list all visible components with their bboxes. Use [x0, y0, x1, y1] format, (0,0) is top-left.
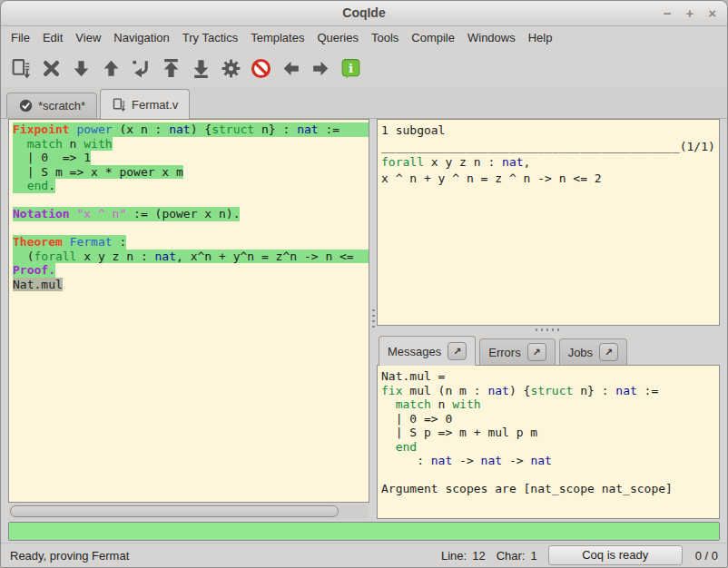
arrow-bottom-icon — [190, 57, 212, 80]
code-line — [378, 468, 719, 483]
code-line: | 0 => 0 — [378, 412, 719, 426]
code-line: match n with — [9, 137, 369, 152]
proof-column: 1 subgoal_______________________________… — [377, 119, 720, 519]
go-to-end-button[interactable] — [186, 53, 216, 83]
arrow-top-icon — [160, 57, 182, 80]
splitter-grip-icon — [372, 308, 375, 331]
navigate-forward-button[interactable] — [306, 53, 336, 83]
splitter-grip-icon — [534, 328, 563, 331]
tab-label: *scratch* — [38, 99, 85, 113]
titlebar[interactable]: CoqIde −+× — [1, 1, 727, 26]
horizontal-splitter[interactable] — [377, 326, 720, 334]
menubar: FileEditViewNavigationTry TacticsTemplat… — [1, 26, 727, 49]
tab-label: Errors — [488, 346, 520, 359]
detach-messages-button[interactable]: ↗ — [448, 342, 467, 360]
goto-cursor-icon — [130, 57, 152, 80]
tab-jobs[interactable]: Jobs↗ — [559, 338, 627, 365]
forward-one-command-button[interactable] — [66, 53, 96, 83]
status-right: Line: 12 Char: 1 Coq is ready 0 / 0 — [441, 545, 718, 565]
maximize-button[interactable]: + — [685, 5, 694, 23]
external-arrow-icon: ↗ — [605, 347, 613, 358]
tab-label: Fermat.v — [132, 98, 178, 112]
arrow-down-icon — [70, 57, 93, 80]
code-line: | S p => m + mul p m — [378, 426, 719, 440]
menu-tools[interactable]: Tools — [365, 29, 405, 46]
info-icon: i — [339, 57, 362, 80]
code-line: Nat.mul = — [378, 369, 719, 384]
editor-pane[interactable]: Fixpoint power (x n : nat) {struct n} : … — [8, 119, 369, 503]
external-arrow-icon: ↗ — [453, 346, 461, 357]
char-value: 1 — [530, 549, 536, 563]
restart-to-start-button[interactable] — [156, 53, 186, 83]
menu-navigation[interactable]: Navigation — [107, 29, 175, 46]
minimize-button[interactable]: − — [664, 5, 672, 23]
menu-try-tactics[interactable]: Try Tactics — [176, 29, 244, 46]
about-button[interactable]: i — [336, 53, 366, 83]
messages-pane[interactable]: Nat.mul =fix mul (n m : nat) {struct n} … — [377, 365, 720, 519]
navigate-back-button[interactable] — [276, 53, 306, 83]
coqide-window: CoqIde −+× FileEditViewNavigationTry Tac… — [0, 0, 728, 568]
progress-bar — [8, 522, 720, 541]
detach-errors-button[interactable]: ↗ — [527, 343, 546, 361]
menu-queries[interactable]: Queries — [310, 29, 365, 46]
arrow-left-icon — [280, 57, 302, 80]
document-tabbar: *scratch*Fermat.v — [1, 87, 727, 119]
char-label: Char: — [497, 549, 526, 563]
interrupt-coq-button[interactable] — [246, 53, 276, 83]
editor-column: Fixpoint power (x n : nat) {struct n} : … — [8, 119, 369, 519]
statusbar: Ready, proving Fermat Line: 12 Char: 1 C… — [1, 543, 727, 567]
main-area: Fixpoint power (x n : nat) {struct n} : … — [1, 119, 727, 519]
check-circle-icon — [18, 98, 34, 113]
close-buffer-button[interactable] — [36, 53, 66, 83]
code-line: Nat.mul — [9, 278, 369, 292]
menu-templates[interactable]: Templates — [244, 29, 310, 46]
vertical-splitter[interactable] — [369, 119, 377, 519]
tab-messages[interactable]: Messages↗ — [379, 336, 476, 366]
backward-one-command-button[interactable] — [96, 53, 126, 83]
coq-state-indicator: Coq is ready — [548, 545, 683, 565]
horizontal-scrollbar[interactable] — [8, 504, 369, 519]
goal-pane[interactable]: 1 subgoal_______________________________… — [377, 119, 720, 326]
code-line: Notation "x ^ n" := (power x n). — [9, 207, 369, 221]
code-line: Fixpoint power (x n : nat) {struct n} : … — [9, 122, 369, 137]
code-line — [9, 193, 369, 208]
code-line: ________________________________________… — [378, 139, 719, 155]
code-line: fix mul (n m : nat) {struct n} : nat := — [378, 384, 719, 398]
status-message: Ready, proving Fermat — [10, 549, 441, 563]
tab-label: Messages — [388, 345, 441, 358]
menu-windows[interactable]: Windows — [461, 29, 522, 46]
window-title: CoqIde — [1, 5, 727, 20]
menu-view[interactable]: View — [69, 29, 107, 46]
close-button[interactable]: × — [708, 5, 716, 23]
message-tabbar: Messages↗Errors↗Jobs↗ — [377, 334, 720, 365]
tab-scratch[interactable]: *scratch* — [6, 93, 97, 118]
tab-errors[interactable]: Errors↗ — [479, 338, 555, 365]
doc-arrow-icon — [112, 97, 127, 113]
go-to-cursor-button[interactable] — [126, 53, 156, 83]
gear-icon — [220, 57, 242, 80]
arrow-up-icon — [100, 57, 123, 80]
toolbar: i — [1, 49, 727, 87]
menu-compile[interactable]: Compile — [405, 29, 461, 46]
menu-edit[interactable]: Edit — [36, 29, 69, 46]
preferences-button[interactable] — [216, 53, 246, 83]
code-line: Theorem Fermat : — [9, 235, 369, 250]
code-line: match n with — [378, 397, 719, 412]
code-line: | 0 => 1 — [9, 151, 369, 165]
code-line — [9, 221, 369, 236]
close-x-icon — [40, 57, 63, 80]
code-line: x ^ n + y ^ n = z ^ n -> n <= 2 — [378, 171, 719, 187]
code-line: 1 subgoal — [378, 122, 719, 139]
code-line: end — [378, 440, 719, 455]
line-label: Line: — [441, 549, 467, 563]
svg-text:i: i — [349, 61, 353, 74]
menu-file[interactable]: File — [5, 29, 36, 46]
detach-jobs-button[interactable]: ↗ — [599, 343, 618, 361]
progress-area — [1, 519, 727, 543]
scrollbar-thumb[interactable] — [10, 505, 339, 517]
menu-help[interactable]: Help — [522, 29, 559, 46]
save-document-button[interactable] — [6, 53, 36, 83]
code-line: : nat -> nat -> nat — [378, 454, 719, 468]
arrow-right-icon — [310, 57, 332, 80]
tab-fermat-v[interactable]: Fermat.v — [100, 89, 190, 119]
